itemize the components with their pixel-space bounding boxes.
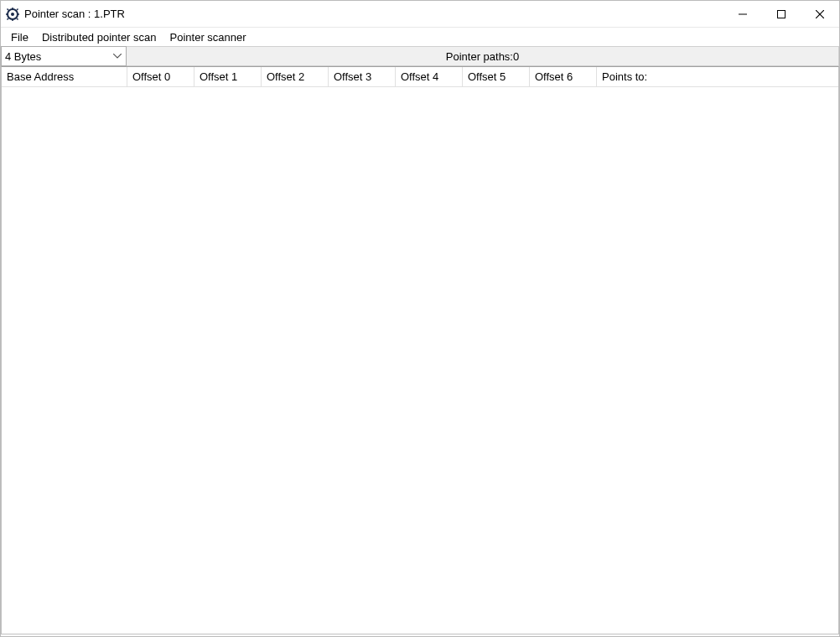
results-table: Base Address Offset 0 Offset 1 Offset 2 … [1,66,839,634]
chevron-down-icon [111,54,124,59]
col-offset-6[interactable]: Offset 6 [530,67,597,86]
status-text: Pointer paths:0 [446,50,519,63]
col-points-to[interactable]: Points to: [597,67,838,86]
close-button[interactable] [801,1,839,27]
table-body[interactable] [2,87,838,634]
app-icon [6,8,19,21]
titlebar: Pointer scan : 1.PTR [1,1,839,28]
menu-pointer-scanner[interactable]: Pointer scanner [163,29,253,45]
table-header-row: Base Address Offset 0 Offset 1 Offset 2 … [2,67,838,87]
col-offset-1[interactable]: Offset 1 [194,67,262,86]
menu-file[interactable]: File [4,29,35,45]
value-type-select-value: 4 Bytes [5,50,41,63]
window-title: Pointer scan : 1.PTR [24,8,125,20]
col-offset-4[interactable]: Offset 4 [396,67,463,86]
titlebar-left: Pointer scan : 1.PTR [1,8,723,21]
toolbar-row: 4 Bytes Pointer paths:0 [1,46,839,66]
col-offset-5[interactable]: Offset 5 [463,67,530,86]
status-bar: Pointer paths:0 [127,46,839,66]
menu-distributed-pointer-scan[interactable]: Distributed pointer scan [35,29,163,45]
minimize-button[interactable] [723,1,762,27]
menubar: File Distributed pointer scan Pointer sc… [1,28,839,46]
col-offset-0[interactable]: Offset 0 [127,67,194,86]
col-offset-3[interactable]: Offset 3 [329,67,396,86]
svg-point-1 [11,13,14,16]
maximize-button[interactable] [762,1,801,27]
col-base-address[interactable]: Base Address [2,67,127,86]
value-type-select[interactable]: 4 Bytes [1,46,127,66]
window-controls [723,1,839,27]
col-offset-2[interactable]: Offset 2 [262,67,329,86]
svg-rect-3 [778,10,786,18]
